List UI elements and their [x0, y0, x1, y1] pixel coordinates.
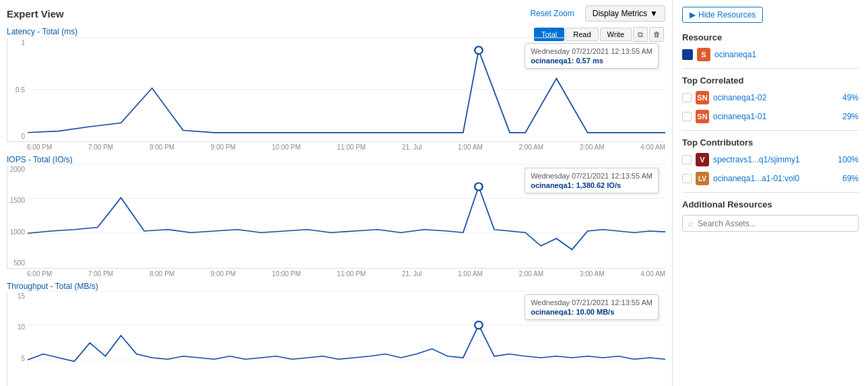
contrib-pct-1: 69% [842, 174, 859, 183]
contrib-checkbox-1[interactable] [682, 174, 692, 183]
contrib-name-1[interactable]: ocinaneqa1...a1-01:vol0 [713, 174, 799, 183]
resource-name-link[interactable]: ocinaneqa1 [714, 50, 756, 59]
y-label: 15 [7, 292, 28, 300]
y-label: 0.5 [7, 86, 28, 94]
contrib-row-1: LV ocinaneqa1...a1-01:vol0 69% [682, 172, 859, 185]
contrib-row-0: V spectravs1...q1/sjimmy1 100% [682, 153, 859, 166]
additional-resources-section-title: Additional Resources [682, 199, 859, 210]
y-label: 2000 [7, 166, 28, 173]
y-label: 1000 [7, 228, 28, 236]
throughput-chart-title: Throughput - Total (MB/s) [7, 282, 98, 291]
contrib-name-0[interactable]: spectravs1...q1/sjimmy1 [713, 155, 800, 164]
display-metrics-button[interactable]: Display Metrics ▼ [585, 5, 665, 22]
reset-zoom-button[interactable]: Reset Zoom [525, 6, 579, 21]
corr-name-1[interactable]: ocinaneqa1-01 [713, 112, 766, 121]
resource-row: S ocinaneqa1 [682, 48, 859, 61]
resource-color-square [682, 49, 693, 60]
top-correlated-section-title: Top Correlated [682, 75, 859, 86]
corr-row-1: SN ocinaneqa1-01 29% [682, 110, 859, 123]
top-contributors-section-title: Top Contributors [682, 137, 859, 148]
play-icon: ▶ [690, 10, 696, 20]
iops-chart-title: IOPS - Total (IO/s) [7, 155, 73, 164]
throughput-chart-section: Throughput - Total (MB/s) 15 10 5 0 [7, 282, 665, 386]
latency-chart-section: Latency - Total (ms) Total Read Write ⧉ … [7, 27, 665, 151]
hide-resources-label: Hide Resources [698, 10, 756, 20]
resource-section-title: Resource [682, 32, 859, 42]
display-metrics-label: Display Metrics [593, 9, 647, 18]
iops-chart-area: 2000 1500 1000 500 [7, 164, 665, 269]
y-label: 500 [7, 259, 28, 267]
corr-row-0: SN ocinaneqa1-02 49% [682, 91, 859, 104]
latency-chart-title: Latency - Total (ms) [7, 27, 77, 36]
contrib-badge-v-0: V [696, 153, 709, 166]
y-label: 10 [7, 323, 28, 331]
iops-chart-section: IOPS - Total (IO/s) 2000 1500 1000 500 [7, 155, 665, 278]
search-assets-input[interactable] [698, 219, 853, 228]
contrib-badge-lv-1: LV [696, 172, 709, 185]
latency-chart-area: 1 0.5 0 [7, 38, 665, 142]
corr-badge-sn-1: SN [696, 110, 709, 123]
corr-badge-sn-0: SN [696, 91, 709, 104]
chevron-down-icon: ▼ [650, 9, 658, 18]
search-icon: ⌕ [688, 218, 694, 228]
y-label: 0 [7, 133, 28, 140]
corr-name-0[interactable]: ocinaneqa1-02 [713, 93, 766, 102]
contrib-checkbox-0[interactable] [682, 155, 692, 164]
hide-resources-button[interactable]: ▶ Hide Resources [682, 7, 763, 23]
page-title: Expert View [7, 8, 64, 20]
svg-point-13 [475, 321, 483, 329]
right-panel: ▶ Hide Resources Resource S ocinaneqa1 T… [673, 0, 868, 386]
contrib-pct-0: 100% [838, 155, 859, 164]
svg-point-8 [475, 183, 483, 191]
svg-point-3 [475, 46, 483, 54]
y-label: 1500 [7, 197, 28, 204]
corr-checkbox-0[interactable] [682, 93, 692, 102]
throughput-chart-area: 15 10 5 0 W [7, 291, 665, 386]
resource-badge-s: S [697, 48, 710, 61]
corr-pct-0: 49% [842, 93, 859, 102]
corr-pct-1: 29% [842, 112, 859, 121]
iops-x-axis: 6:00 PM 7:00 PM 8:00 PM 9:00 PM 10:00 PM… [7, 269, 665, 278]
y-label: 5 [7, 355, 28, 362]
corr-checkbox-1[interactable] [682, 112, 692, 121]
y-label: 1 [7, 39, 28, 46]
search-assets-box[interactable]: ⌕ [682, 215, 859, 232]
latency-x-axis: 6:00 PM 7:00 PM 8:00 PM 9:00 PM 10:00 PM… [7, 142, 665, 151]
